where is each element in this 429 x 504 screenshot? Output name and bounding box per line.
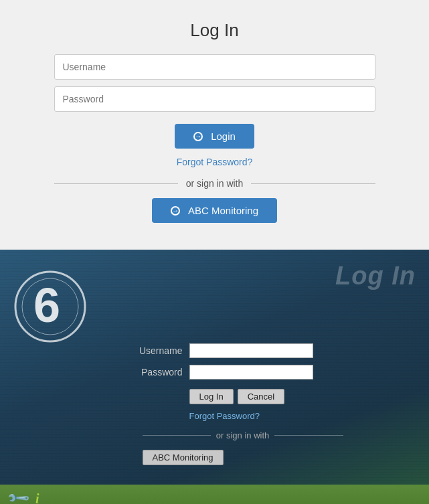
password-row: Password: [129, 365, 313, 380]
login-arrow-icon: [193, 132, 203, 141]
bottom-password-label: Password: [129, 367, 183, 377]
info-icon[interactable]: i: [35, 491, 39, 505]
or-sign-in-text: or sign in with: [178, 178, 252, 189]
password-input[interactable]: [54, 86, 375, 112]
divider-left: [54, 183, 178, 184]
bottom-forgot-password-link[interactable]: Forgot Password?: [189, 411, 260, 421]
bottom-button-row: Log In Cancel: [189, 389, 285, 404]
login-button-label: Login: [211, 131, 236, 142]
divider-row: or sign in with: [54, 178, 375, 189]
svg-text:6: 6: [33, 278, 60, 332]
username-input[interactable]: [54, 54, 375, 80]
login-button[interactable]: Login: [175, 124, 254, 149]
username-row: Username: [129, 343, 313, 358]
bottom-username-label: Username: [129, 345, 183, 356]
abc-arrow-icon: [171, 206, 180, 216]
abc-monitoring-button[interactable]: ABC Monitoring: [152, 198, 277, 223]
top-title: Log In: [190, 20, 238, 41]
bottom-cancel-button[interactable]: Cancel: [238, 389, 284, 404]
bottom-form: Username Password Log In Cancel Forgot P…: [129, 343, 343, 465]
forgot-password-link[interactable]: Forgot Password?: [177, 157, 253, 167]
top-panel: Log In Login Forgot Password? or sign in…: [0, 0, 429, 250]
bottom-login-button[interactable]: Log In: [189, 389, 234, 404]
bottom-panel: 6 Log In Username Password Log In Cancel…: [0, 250, 429, 504]
bottom-divider-left: [143, 435, 211, 436]
bottom-divider-right: [274, 435, 343, 436]
logo: 6: [13, 270, 87, 343]
bottom-divider-row: or sign in with: [143, 430, 343, 440]
divider-right: [251, 183, 375, 184]
bottom-log-in-title: Log In: [335, 262, 416, 290]
bottom-toolbar: 🔧 i: [0, 485, 429, 504]
bottom-password-input[interactable]: [189, 365, 313, 380]
abc-button-label: ABC Monitoring: [188, 205, 258, 216]
wrench-icon[interactable]: 🔧: [6, 486, 31, 504]
bottom-abc-monitoring-button[interactable]: ABC Monitoring: [143, 450, 224, 465]
bottom-or-sign-in-text: or sign in with: [211, 430, 274, 440]
bottom-username-input[interactable]: [189, 343, 313, 358]
